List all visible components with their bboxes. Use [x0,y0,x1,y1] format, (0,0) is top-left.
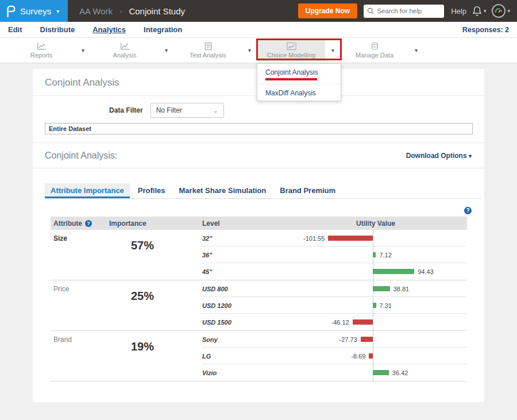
breadcrumb: AA Work › Conjoint Study [79,6,185,16]
level-row: USD 12007.31 [202,297,467,314]
analytics-toolbar: Reports ▾ Analysis ▾ Text Analysis ▾ [0,38,517,63]
level-label: USD 1500 [202,314,281,330]
chart-frame-icon [287,42,296,51]
reports-caret[interactable]: ▾ [75,40,91,61]
utility-bar-cell: -27.73 [281,331,467,347]
attribute-name: Price [51,280,108,330]
chevron-down-icon: ▾ [507,8,510,14]
utility-bar [328,236,373,241]
column-header-importance: Importance [108,219,202,228]
utility-bar [361,337,373,342]
level-row: Vizio36.42 [202,364,467,381]
utility-value-label: 94.43 [418,268,434,275]
toolbar-label: Manage Data [356,52,393,59]
toolbar-label: Analysis [113,52,137,59]
chevron-down-icon: ▾ [484,8,487,14]
level-row: 36"7.12 [202,246,467,263]
chevron-down-icon: ▾ [56,8,59,14]
column-header-level: Level [202,219,281,228]
product-switcher[interactable]: Surveys ▾ [0,0,68,22]
help-search-input[interactable] [377,7,437,14]
utility-bar [373,286,390,291]
nav-item-distribute[interactable]: Distribute [40,25,75,34]
attribute-name: Size [51,230,108,280]
utility-bar-cell: -101.55 [281,230,467,246]
help-link[interactable]: Help [451,7,466,16]
utility-value-label: -46.12 [331,319,349,326]
column-header-label: Attribute [53,219,82,228]
utility-value-label: -27.73 [339,336,357,343]
text-analysis-caret[interactable]: ▾ [242,40,257,61]
upgrade-now-button[interactable]: Upgrade Now [298,3,357,18]
utility-value-label: 7.31 [380,302,392,309]
attribute-help-icon[interactable]: ? [85,220,92,227]
attribute-group-row: Size57%32"-101.5536"7.1245"94.43 [51,230,467,280]
utility-bar-cell: 36.42 [281,364,467,381]
gauge-icon [494,6,503,16]
product-name: Surveys [20,6,51,16]
level-row: 32"-101.55 [202,230,467,246]
utility-bar-cell: -46.12 [281,314,467,330]
nav-item-edit[interactable]: Edit [8,25,22,34]
download-options-button[interactable]: Download Options ▾ [406,152,472,160]
zero-axis-line [373,331,373,348]
utility-bar-cell: -8.69 [281,348,467,364]
choice-modelling-menu[interactable]: Choice Modelling [257,40,325,61]
content-card: Conjoint Analysis Data Filter No Filter … [33,69,484,402]
notifications-button[interactable]: ▾ [472,6,487,16]
level-label: LG [202,348,281,364]
utility-bar [373,252,376,257]
level-label: USD 800 [202,280,281,296]
level-label: USD 1200 [202,297,281,313]
download-options-label: Download Options [406,152,467,160]
toolbar-group-choice-modelling: Choice Modelling ▾ [257,40,341,61]
toolbar-label: Text Analysis [190,52,226,59]
table-header-row: Attribute ? Importance Level Utility Val… [51,217,467,230]
breadcrumb-workspace[interactable]: AA Work [79,6,113,16]
utility-bar [373,303,376,308]
tab-profiles[interactable]: Profiles [132,183,171,198]
manage-data-caret[interactable]: ▾ [408,40,424,61]
document-icon [205,42,212,51]
search-icon [367,7,374,14]
utility-bar [373,370,389,375]
tab-attribute-importance[interactable]: Attribute Importance [45,183,130,198]
utility-value-label: -101.55 [303,235,325,242]
responses-count[interactable]: Responses: 2 [462,26,509,34]
data-filter-label: Data Filter [109,106,143,114]
importance-value: 57% [108,230,202,280]
tab-market-share-simulation[interactable]: Market Share Simulation [173,183,272,198]
toolbar-label: Reports [30,52,53,59]
importance-value: 25% [108,280,202,330]
chevron-down-icon: ▾ [469,153,472,159]
utility-bar-cell: 38.81 [281,280,467,296]
toolbar-group-reports: Reports ▾ [7,40,91,61]
analysis-menu[interactable]: Analysis [91,40,159,61]
choice-modelling-dropdown: Conjoint Analysis MaxDiff Analysis [257,63,341,101]
annotation-red-underline [265,78,317,80]
menu-item-maxdiff-analysis[interactable]: MaxDiff Analysis [257,84,341,101]
section-heading: Conjoint Analysis: [45,151,117,161]
zero-axis-line [373,314,373,331]
manage-data-menu[interactable]: Manage Data [341,40,408,61]
column-header-utility: Utility Value [281,219,467,228]
analysis-caret[interactable]: ▾ [159,40,174,61]
text-analysis-menu[interactable]: Text Analysis [174,40,242,61]
breadcrumb-current: Conjoint Study [129,6,185,16]
zero-axis-line [373,348,373,364]
tab-bar: Attribute Importance Profiles Market Sha… [45,183,481,199]
help-search-box[interactable] [364,5,444,18]
reports-menu[interactable]: Reports [7,40,75,61]
choice-modelling-caret[interactable]: ▾ [325,40,341,61]
database-icon [371,42,379,51]
account-menu[interactable]: ▾ [492,4,510,18]
nav-item-integration[interactable]: Integration [144,25,182,34]
filter-section: Data Filter No Filter ⌄ [33,96,484,143]
data-filter-select[interactable]: No Filter ⌄ [151,103,224,118]
tab-brand-premium[interactable]: Brand Premium [274,183,341,198]
table-help-icon[interactable]: ? [464,207,472,214]
attribute-group-row: Brand19%Sony-27.73LG-8.69Vizio36.42 [51,331,467,382]
nav-item-analytics[interactable]: Analytics [92,25,126,34]
dataset-name-input[interactable] [45,123,473,134]
menu-item-conjoint-analysis[interactable]: Conjoint Analysis [257,64,341,84]
